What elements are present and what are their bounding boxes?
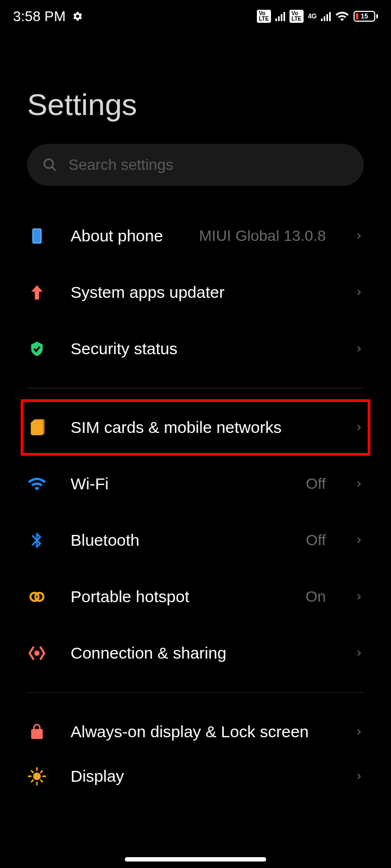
about-value: MIUI Global 13.0.8: [199, 227, 326, 245]
settings-item-aod[interactable]: Always-on display & Lock screen: [27, 704, 364, 760]
connection-icon: [27, 643, 47, 663]
brightness-icon: [27, 767, 47, 786]
network-label: 4G: [308, 13, 317, 20]
settings-item-hotspot[interactable]: Portable hotspot On: [27, 569, 364, 625]
svg-line-14: [31, 771, 33, 773]
lock-icon: [27, 722, 47, 742]
page-title: Settings: [27, 87, 364, 122]
svg-rect-3: [33, 229, 40, 242]
display-label: Display: [71, 767, 330, 786]
hotspot-label: Portable hotspot: [71, 588, 282, 606]
chevron-right-icon: [354, 535, 364, 545]
battery-indicator: 15: [354, 11, 378, 22]
settings-item-updater[interactable]: System apps updater: [27, 264, 364, 321]
settings-item-connection[interactable]: Connection & sharing: [27, 625, 364, 681]
svg-line-13: [31, 780, 33, 782]
chevron-right-icon: [354, 344, 364, 354]
sim-card-icon: [27, 418, 47, 437]
settings-list: About phone MIUI Global 13.0.8 System ap…: [0, 208, 391, 793]
volte-badge-1: VoLTE: [257, 10, 271, 23]
svg-point-7: [33, 773, 41, 780]
wifi-icon: [27, 474, 47, 494]
search-placeholder: Search settings: [68, 156, 173, 174]
signal-bars-1: [275, 11, 285, 21]
chevron-right-icon: [354, 231, 364, 241]
svg-line-1: [52, 167, 56, 171]
sim-label: SIM cards & mobile networks: [71, 418, 330, 437]
page-header: Settings: [0, 33, 391, 144]
shield-check-icon: [27, 339, 47, 359]
wifi-status-icon: [335, 9, 349, 23]
phone-icon: [27, 226, 47, 246]
wifi-label: Wi-Fi: [71, 475, 282, 493]
chevron-right-icon: [354, 592, 364, 602]
settings-item-bluetooth[interactable]: Bluetooth Off: [27, 512, 364, 569]
about-label: About phone: [71, 227, 175, 245]
settings-item-display[interactable]: Display: [27, 760, 364, 793]
aod-label: Always-on display & Lock screen: [71, 722, 330, 742]
svg-line-15: [41, 780, 42, 782]
divider: [27, 692, 364, 693]
chevron-right-icon: [354, 288, 364, 297]
bluetooth-icon: [27, 531, 47, 550]
svg-point-0: [45, 159, 53, 168]
upload-arrow-icon: [27, 283, 47, 302]
status-bar: 3:58 PM VoLTE VoLTE 4G 15: [0, 0, 391, 33]
status-left: 3:58 PM: [13, 8, 83, 25]
settings-item-security[interactable]: Security status: [27, 321, 364, 377]
svg-point-6: [35, 652, 39, 655]
chevron-right-icon: [354, 479, 364, 489]
bluetooth-value: Off: [306, 532, 326, 549]
chevron-right-icon: [354, 727, 364, 737]
svg-line-12: [41, 771, 42, 773]
chevron-right-icon: [354, 771, 364, 781]
status-time: 3:58 PM: [13, 8, 66, 25]
status-right: VoLTE VoLTE 4G 15: [257, 9, 378, 23]
search-input[interactable]: Search settings: [27, 144, 364, 186]
search-container: Search settings: [27, 144, 364, 186]
battery-level: 15: [361, 12, 368, 20]
wifi-value: Off: [306, 475, 326, 493]
updater-label: System apps updater: [71, 283, 330, 302]
divider: [27, 388, 364, 388]
connection-label: Connection & sharing: [71, 644, 330, 662]
settings-item-sim[interactable]: SIM cards & mobile networks: [21, 399, 370, 456]
settings-item-wifi[interactable]: Wi-Fi Off: [27, 456, 364, 512]
security-label: Security status: [71, 340, 330, 358]
hotspot-icon: [27, 587, 47, 607]
signal-bars-2: [321, 11, 331, 21]
search-icon: [42, 157, 58, 173]
hotspot-value: On: [306, 588, 326, 605]
settings-item-about[interactable]: About phone MIUI Global 13.0.8: [27, 208, 364, 264]
chevron-right-icon: [354, 648, 364, 658]
bluetooth-label: Bluetooth: [71, 531, 282, 550]
chevron-right-icon: [354, 423, 364, 432]
gear-icon: [72, 11, 83, 22]
home-indicator[interactable]: [125, 857, 266, 861]
volte-badge-2: VoLTE: [289, 10, 304, 23]
